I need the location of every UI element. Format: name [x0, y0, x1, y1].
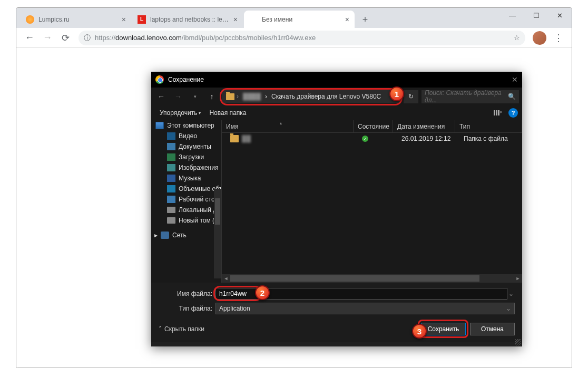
scrollbar-thumb[interactable]: [215, 198, 220, 225]
dialog-title: Сохранение: [168, 76, 204, 83]
tree-scrollbar[interactable]: [214, 189, 221, 278]
filename-label: Имя файла:: [159, 290, 215, 297]
scrollbar-thumb[interactable]: [230, 275, 479, 282]
dialog-close-button[interactable]: ✕: [512, 75, 518, 84]
col-name[interactable]: Имя: [222, 120, 354, 132]
tab-title: Без имени: [262, 16, 342, 23]
col-type[interactable]: Тип: [455, 120, 522, 132]
annotation-badge-1: 1: [389, 86, 404, 101]
favicon-blank: [249, 15, 258, 24]
close-icon[interactable]: ×: [345, 15, 349, 24]
disk-icon: [167, 217, 175, 224]
reload-button[interactable]: ⟳: [58, 31, 73, 45]
music-icon: [167, 175, 175, 182]
search-icon: 🔍: [508, 93, 516, 100]
menu-button[interactable]: ⋮: [551, 31, 566, 45]
scroll-left[interactable]: ◄: [222, 274, 230, 283]
image-icon: [167, 164, 175, 171]
new-folder-button[interactable]: Новая папка: [205, 108, 250, 118]
search-input[interactable]: Поиск: Скачать драйвера дл... 🔍: [422, 90, 519, 103]
tab-title: Lumpics.ru: [38, 16, 119, 23]
check-icon: ✓: [362, 136, 368, 142]
chevron-up-icon: ˄: [159, 325, 162, 333]
network-icon: [161, 232, 169, 239]
nav-recent-button[interactable]: ▾: [188, 90, 202, 103]
column-headers: ▴ Имя Состояние Дата изменения Тип: [222, 120, 522, 133]
close-icon[interactable]: ×: [122, 15, 126, 24]
tree-this-pc[interactable]: Этот компьютер: [151, 120, 221, 131]
tree-video[interactable]: Видео: [151, 131, 221, 141]
folder-tree: Этот компьютер Видео Документы Загрузки …: [151, 120, 222, 283]
filetype-select[interactable]: Application⌄: [215, 303, 515, 314]
tree-network[interactable]: ▸ Сеть: [151, 230, 221, 240]
view-mode-button[interactable]: ▾: [494, 110, 503, 115]
save-button[interactable]: Сохранить: [421, 323, 466, 335]
back-button[interactable]: ←: [22, 31, 37, 45]
info-icon: ⓘ: [84, 33, 91, 43]
sort-indicator: ▴: [280, 121, 282, 126]
minimize-button[interactable]: —: [501, 8, 524, 23]
download-icon: [167, 153, 175, 161]
close-button[interactable]: ✕: [548, 8, 572, 23]
dialog-body: Этот компьютер Видео Документы Загрузки …: [151, 120, 522, 283]
folder-icon: [226, 93, 234, 100]
file-row[interactable]: ██ ✓ 26.01.2019 12:12 Папка с файла: [222, 133, 522, 144]
dialog-titlebar: Сохранение ✕: [151, 72, 522, 88]
tab-title: laptops and netbooks :: lenovo v: [150, 16, 230, 23]
help-button[interactable]: ?: [508, 108, 518, 118]
col-state[interactable]: Состояние: [354, 120, 393, 132]
tree-newvol[interactable]: Новый том (D:): [151, 215, 221, 226]
forward-button[interactable]: →: [40, 31, 55, 45]
tab-strip: Lumpics.ru × L laptops and netbooks :: l…: [16, 8, 572, 28]
folder-icon: [230, 135, 239, 142]
file-list: ▴ Имя Состояние Дата изменения Тип ██ ✓ …: [222, 120, 522, 283]
window-controls: — ☐ ✕: [501, 8, 572, 23]
breadcrumb-seg-current[interactable]: Скачать драйвера для Lenovo V580C: [269, 93, 383, 100]
favicon-orange: [26, 15, 34, 24]
browser-window: Lumpics.ru × L laptops and netbooks :: l…: [16, 7, 572, 368]
scroll-right[interactable]: ►: [514, 274, 522, 283]
document-icon: [167, 143, 175, 150]
tree-desktop[interactable]: Рабочий стол: [151, 194, 221, 205]
address-bar[interactable]: ⓘ https://download.lenovo.com/ibmdl/pub/…: [79, 31, 525, 45]
h-scrollbar[interactable]: ◄ ►: [222, 274, 522, 283]
nav-up-button[interactable]: ↑: [205, 90, 219, 103]
profile-avatar[interactable]: [533, 31, 546, 45]
tab-lenovo[interactable]: L laptops and netbooks :: lenovo v ×: [132, 11, 243, 28]
breadcrumb-seg-blurred[interactable]: ████: [241, 93, 263, 100]
tree-images[interactable]: Изображения: [151, 162, 221, 173]
bookmark-icon[interactable]: ☆: [514, 34, 520, 42]
tab-lumpics[interactable]: Lumpics.ru ×: [21, 11, 131, 28]
save-dialog: Сохранение ✕ ← → ▾ ↑ › ████› Скачать дра…: [151, 72, 522, 346]
nav-forward-button[interactable]: →: [171, 90, 185, 103]
url-text: https://download.lenovo.com/ibmdl/pub/pc…: [95, 34, 316, 42]
col-date[interactable]: Дата изменения: [393, 120, 455, 132]
tree-3dobjects[interactable]: Объемные объ: [151, 184, 221, 194]
maximize-button[interactable]: ☐: [524, 8, 548, 23]
filetype-label: Тип файла:: [159, 305, 215, 312]
tree-documents[interactable]: Документы: [151, 141, 221, 152]
cancel-button[interactable]: Отмена: [470, 323, 515, 335]
close-icon[interactable]: ×: [233, 15, 238, 24]
tree-music[interactable]: Музыка: [151, 173, 221, 184]
new-tab-button[interactable]: +: [358, 12, 373, 27]
organize-button[interactable]: Упорядочить ▾: [155, 108, 205, 118]
filename-area: Имя файла: ⌄ Тип файла: Application⌄: [151, 283, 522, 316]
refresh-button[interactable]: ↻: [404, 90, 418, 103]
breadcrumb-bar[interactable]: › ████› Скачать драйвера для Lenovo V580…: [222, 90, 400, 103]
hide-folders-toggle[interactable]: ˄ Скрыть папки: [159, 325, 204, 333]
dialog-nav: ← → ▾ ↑ › ████› Скачать драйвера для Len…: [151, 88, 522, 105]
nav-back-button[interactable]: ←: [154, 90, 168, 103]
annotation-badge-3: 3: [412, 324, 427, 339]
tree-downloads[interactable]: Загрузки: [151, 152, 221, 162]
page-content: Сохранение ✕ ← → ▾ ↑ › ████› Скачать дра…: [16, 48, 572, 368]
chevron-down-icon: ⌄: [506, 305, 511, 312]
resize-grip[interactable]: [515, 339, 521, 345]
dialog-footer: ˄ Скрыть папки Сохранить Отмена: [151, 316, 522, 342]
dropdown-icon[interactable]: ⌄: [507, 290, 515, 297]
annotation-badge-2: 2: [255, 285, 270, 300]
search-placeholder: Поиск: Скачать драйвера дл...: [425, 89, 508, 104]
tab-active[interactable]: Без имени ×: [244, 11, 355, 28]
tree-localdisk[interactable]: Локальный дис: [151, 205, 221, 215]
monitor-icon: [155, 122, 164, 129]
